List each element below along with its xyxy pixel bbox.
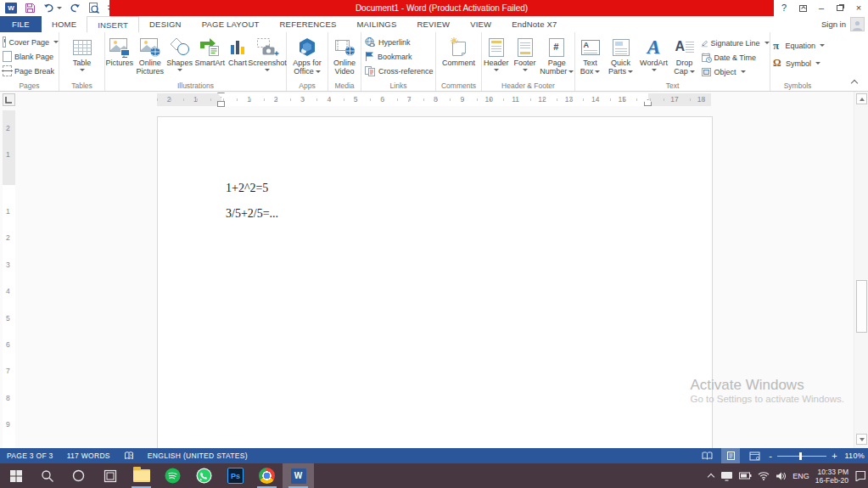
undo-icon xyxy=(43,3,55,14)
restore-button[interactable] xyxy=(831,0,849,16)
pictures-button[interactable]: Pictures xyxy=(105,35,134,86)
horizontal-ruler[interactable]: 211234567891011121314151718 xyxy=(157,93,711,106)
shapes-button[interactable]: Shapes xyxy=(166,35,193,86)
cross-reference-button[interactable]: Cross-reference xyxy=(364,64,435,78)
zoom-in-button[interactable]: + xyxy=(832,452,837,461)
zoom-level[interactable]: 110% xyxy=(843,452,865,460)
cover-page-button[interactable]: Cover Page xyxy=(3,35,59,49)
signature-line-button[interactable]: Signature Line xyxy=(701,36,770,50)
tab-home[interactable]: HOME xyxy=(42,16,87,32)
sign-in-area[interactable]: Sign in xyxy=(821,16,865,32)
speaker-icon[interactable] xyxy=(776,471,787,481)
file-explorer-button[interactable] xyxy=(126,463,157,488)
print-layout-button[interactable] xyxy=(721,448,740,463)
drop-cap-button[interactable]: A Drop Cap xyxy=(671,35,698,86)
ruler-number: 4 xyxy=(6,287,10,295)
hanging-indent-marker[interactable] xyxy=(217,101,225,107)
start-button[interactable] xyxy=(0,463,31,488)
smartart-button[interactable]: SmartArt xyxy=(193,35,227,86)
ruler-number: 12 xyxy=(538,95,546,104)
spotify-button[interactable] xyxy=(157,463,188,488)
document-page[interactable]: 1+2^2=5 3/5+2/5=... xyxy=(157,116,713,448)
tab-page-layout[interactable]: PAGE LAYOUT xyxy=(192,16,270,32)
collapse-ribbon-button[interactable] xyxy=(851,79,858,86)
language-status[interactable]: ENGLISH (UNITED STATES) xyxy=(141,448,255,463)
language-indicator[interactable]: ENG xyxy=(792,472,809,480)
read-mode-button[interactable] xyxy=(697,448,716,463)
redo-button[interactable] xyxy=(70,2,81,15)
save-button[interactable] xyxy=(25,2,36,15)
tab-insert[interactable]: INSERT xyxy=(87,16,139,32)
ruler-number: 8 xyxy=(6,394,10,402)
window-title: Document1 - Word (Product Activation Fai… xyxy=(109,0,774,16)
wordart-button[interactable]: A WordArt xyxy=(637,35,671,86)
date-time-button[interactable]: Date & Time xyxy=(701,50,770,65)
header-button[interactable]: Header xyxy=(482,35,511,86)
scroll-down-button[interactable] xyxy=(856,434,867,445)
zoom-slider-thumb[interactable] xyxy=(799,452,802,460)
comment-button[interactable]: Comment xyxy=(438,35,480,86)
minimize-button[interactable]: – xyxy=(812,0,831,16)
apps-for-office-button[interactable]: Apps for Office xyxy=(288,35,327,86)
scroll-up-button[interactable] xyxy=(856,93,867,104)
cortana-button[interactable] xyxy=(63,463,94,488)
page-break-button[interactable]: Page Break xyxy=(3,64,59,78)
action-center-icon[interactable] xyxy=(854,470,866,481)
page-count[interactable]: PAGE 3 OF 3 xyxy=(0,448,60,463)
screenshot-button[interactable]: Screenshot xyxy=(249,35,286,86)
help-button[interactable]: ? xyxy=(775,0,793,16)
text-box-button[interactable]: A Text Box xyxy=(576,35,605,86)
bookmark-button[interactable]: Bookmark xyxy=(364,49,435,64)
whatsapp-button[interactable] xyxy=(188,463,220,488)
tray-expand-icon[interactable] xyxy=(708,473,714,480)
blank-page-button[interactable]: Blank Page xyxy=(3,49,59,64)
online-video-button[interactable]: Online Video xyxy=(329,35,361,86)
tab-selector-button[interactable] xyxy=(3,93,15,106)
undo-button[interactable] xyxy=(43,2,62,15)
tab-endnote[interactable]: EndNote X7 xyxy=(501,16,567,32)
word-taskbar-button[interactable]: W xyxy=(283,463,314,488)
tab-design[interactable]: DESIGN xyxy=(139,16,192,32)
ribbon-display-options-button[interactable] xyxy=(793,0,812,16)
close-button[interactable]: × xyxy=(849,0,868,16)
system-tray: ENG 10:33 PM 16-Feb-20 xyxy=(708,463,866,488)
page-number-button[interactable]: # Page Number xyxy=(539,35,574,86)
clock[interactable]: 10:33 PM 16-Feb-20 xyxy=(815,468,848,485)
tab-references[interactable]: REFERENCES xyxy=(270,16,347,32)
online-pictures-button[interactable]: Online Pictures xyxy=(134,35,166,86)
tab-review[interactable]: REVIEW xyxy=(406,16,460,32)
dropdown-icon xyxy=(741,70,746,73)
equation-button[interactable]: π Equation xyxy=(773,38,825,53)
footer-button[interactable]: Footer xyxy=(511,35,540,86)
proofing-status[interactable] xyxy=(117,448,141,463)
wifi-icon[interactable] xyxy=(758,471,770,480)
web-layout-button[interactable] xyxy=(745,448,764,463)
task-view-button[interactable] xyxy=(94,463,126,488)
read-mode-icon xyxy=(702,452,713,460)
print-preview-button[interactable] xyxy=(88,2,99,15)
monitor-icon[interactable] xyxy=(720,471,733,481)
taskbar-search-button[interactable] xyxy=(31,463,63,488)
battery-icon[interactable] xyxy=(739,472,752,480)
tab-view[interactable]: VIEW xyxy=(460,16,501,32)
scrollbar-thumb[interactable] xyxy=(856,280,867,333)
table-button[interactable]: Table xyxy=(64,35,101,86)
ruler-number: 1 xyxy=(193,95,198,104)
quick-parts-button[interactable]: Quick Parts xyxy=(605,35,637,86)
zoom-out-button[interactable]: - xyxy=(769,452,772,461)
vertical-ruler[interactable]: 21123456789 xyxy=(3,110,15,448)
word-logo-icon[interactable]: W xyxy=(5,2,17,15)
vertical-scrollbar[interactable] xyxy=(854,92,868,448)
object-button[interactable]: Object xyxy=(701,65,770,79)
photoshop-button[interactable]: Ps xyxy=(220,463,251,488)
tab-file[interactable]: FILE xyxy=(0,16,42,32)
hyperlink-button[interactable]: Hyperlink xyxy=(364,35,435,49)
symbol-button[interactable]: Ω Symbol xyxy=(773,56,825,70)
ruler-number: 1 xyxy=(247,95,251,104)
ruler-number: 2 xyxy=(6,124,10,132)
tab-mailings[interactable]: MAILINGS xyxy=(346,16,406,32)
zoom-slider[interactable] xyxy=(777,456,826,457)
word-count[interactable]: 117 WORDS xyxy=(60,448,117,463)
chrome-button[interactable] xyxy=(251,463,283,488)
chart-button[interactable]: Chart xyxy=(227,35,249,86)
